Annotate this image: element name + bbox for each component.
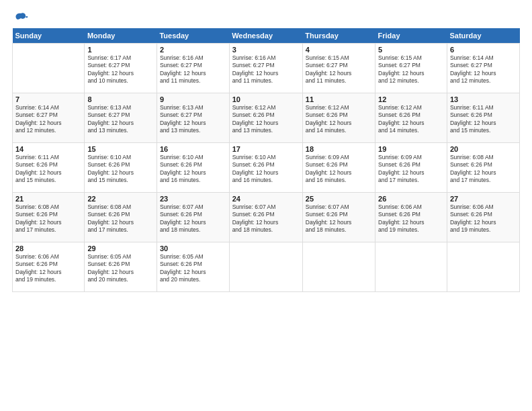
- day-info: Sunrise: 6:13 AM Sunset: 6:27 PM Dayligh…: [160, 104, 226, 135]
- calendar-cell: 16Sunrise: 6:10 AM Sunset: 6:26 PM Dayli…: [157, 143, 229, 193]
- calendar-cell: 7Sunrise: 6:14 AM Sunset: 6:27 PM Daylig…: [13, 93, 85, 143]
- day-number: 8: [87, 95, 154, 103]
- day-number: 23: [160, 195, 226, 203]
- calendar-cell: 18Sunrise: 6:09 AM Sunset: 6:26 PM Dayli…: [302, 143, 375, 193]
- calendar-week-2: 7Sunrise: 6:14 AM Sunset: 6:27 PM Daylig…: [13, 93, 520, 143]
- day-number: 26: [378, 195, 444, 203]
- day-number: 10: [232, 95, 300, 103]
- logo-bird-icon: [13, 11, 28, 26]
- calendar-cell: 26Sunrise: 6:06 AM Sunset: 6:26 PM Dayli…: [375, 193, 447, 242]
- calendar-cell: 9Sunrise: 6:13 AM Sunset: 6:27 PM Daylig…: [157, 93, 229, 143]
- calendar-week-3: 14Sunrise: 6:11 AM Sunset: 6:26 PM Dayli…: [13, 143, 520, 193]
- calendar-week-1: 1Sunrise: 6:17 AM Sunset: 6:27 PM Daylig…: [13, 44, 520, 93]
- calendar-cell: 2Sunrise: 6:16 AM Sunset: 6:27 PM Daylig…: [157, 44, 229, 93]
- day-header-monday: Monday: [85, 28, 157, 44]
- day-number: 3: [232, 46, 300, 54]
- day-number: 13: [450, 95, 517, 103]
- day-info: Sunrise: 6:06 AM Sunset: 6:26 PM Dayligh…: [450, 203, 517, 234]
- day-number: 30: [160, 244, 226, 253]
- calendar-cell: 11Sunrise: 6:12 AM Sunset: 6:26 PM Dayli…: [302, 93, 375, 143]
- day-info: Sunrise: 6:08 AM Sunset: 6:26 PM Dayligh…: [15, 203, 81, 234]
- calendar-cell: 28Sunrise: 6:06 AM Sunset: 6:26 PM Dayli…: [13, 242, 85, 292]
- day-number: 24: [232, 195, 300, 203]
- header: [12, 11, 520, 23]
- day-info: Sunrise: 6:07 AM Sunset: 6:26 PM Dayligh…: [232, 203, 300, 234]
- day-info: Sunrise: 6:12 AM Sunset: 6:26 PM Dayligh…: [232, 104, 300, 135]
- calendar-cell: 20Sunrise: 6:08 AM Sunset: 6:26 PM Dayli…: [447, 143, 519, 193]
- day-info: Sunrise: 6:15 AM Sunset: 6:27 PM Dayligh…: [306, 54, 372, 85]
- day-info: Sunrise: 6:07 AM Sunset: 6:26 PM Dayligh…: [306, 203, 372, 234]
- day-info: Sunrise: 6:14 AM Sunset: 6:27 PM Dayligh…: [15, 104, 81, 135]
- calendar-cell: 23Sunrise: 6:07 AM Sunset: 6:26 PM Dayli…: [157, 193, 229, 242]
- day-info: Sunrise: 6:11 AM Sunset: 6:26 PM Dayligh…: [450, 104, 517, 135]
- calendar-cell: 29Sunrise: 6:05 AM Sunset: 6:26 PM Dayli…: [85, 242, 157, 292]
- calendar-cell: 21Sunrise: 6:08 AM Sunset: 6:26 PM Dayli…: [13, 193, 85, 242]
- day-number: 16: [160, 145, 226, 153]
- calendar-cell: 17Sunrise: 6:10 AM Sunset: 6:26 PM Dayli…: [229, 143, 302, 193]
- day-number: 15: [87, 145, 154, 153]
- day-number: 28: [15, 244, 81, 253]
- day-info: Sunrise: 6:10 AM Sunset: 6:26 PM Dayligh…: [232, 154, 300, 185]
- calendar-cell: 25Sunrise: 6:07 AM Sunset: 6:26 PM Dayli…: [302, 193, 375, 242]
- calendar-cell: 19Sunrise: 6:09 AM Sunset: 6:26 PM Dayli…: [375, 143, 447, 193]
- day-number: 11: [306, 95, 372, 103]
- calendar-cell: 8Sunrise: 6:13 AM Sunset: 6:27 PM Daylig…: [85, 93, 157, 143]
- day-number: 17: [232, 145, 300, 153]
- day-number: 7: [15, 95, 81, 103]
- day-number: 29: [87, 244, 154, 253]
- day-header-thursday: Thursday: [302, 28, 375, 44]
- day-info: Sunrise: 6:05 AM Sunset: 6:26 PM Dayligh…: [87, 253, 154, 284]
- day-number: 1: [87, 46, 154, 54]
- day-info: Sunrise: 6:14 AM Sunset: 6:27 PM Dayligh…: [450, 54, 517, 85]
- page: SundayMondayTuesdayWednesdayThursdayFrid…: [0, 0, 532, 299]
- day-number: 25: [306, 195, 372, 203]
- calendar-cell: 27Sunrise: 6:06 AM Sunset: 6:26 PM Dayli…: [447, 193, 519, 242]
- day-number: 6: [450, 46, 517, 54]
- calendar-cell: 4Sunrise: 6:15 AM Sunset: 6:27 PM Daylig…: [302, 44, 375, 93]
- calendar-cell: 1Sunrise: 6:17 AM Sunset: 6:27 PM Daylig…: [85, 44, 157, 93]
- calendar-cell: 15Sunrise: 6:10 AM Sunset: 6:26 PM Dayli…: [85, 143, 157, 193]
- day-number: 18: [306, 145, 372, 153]
- day-number: 21: [15, 195, 81, 203]
- day-header-sunday: Sunday: [13, 28, 85, 44]
- day-number: 22: [87, 195, 154, 203]
- day-info: Sunrise: 6:15 AM Sunset: 6:27 PM Dayligh…: [378, 54, 444, 85]
- day-number: 14: [15, 145, 81, 153]
- logo: [12, 11, 28, 23]
- day-info: Sunrise: 6:13 AM Sunset: 6:27 PM Dayligh…: [87, 104, 154, 135]
- day-info: Sunrise: 6:16 AM Sunset: 6:27 PM Dayligh…: [232, 54, 300, 85]
- day-info: Sunrise: 6:11 AM Sunset: 6:26 PM Dayligh…: [15, 154, 81, 185]
- day-number: 12: [378, 95, 444, 103]
- day-number: 5: [378, 46, 444, 54]
- day-header-wednesday: Wednesday: [229, 28, 302, 44]
- day-number: 9: [160, 95, 226, 103]
- calendar-week-5: 28Sunrise: 6:06 AM Sunset: 6:26 PM Dayli…: [13, 242, 520, 292]
- day-number: 2: [160, 46, 226, 54]
- calendar-cell: 22Sunrise: 6:08 AM Sunset: 6:26 PM Dayli…: [85, 193, 157, 242]
- day-info: Sunrise: 6:12 AM Sunset: 6:26 PM Dayligh…: [306, 104, 372, 135]
- day-info: Sunrise: 6:12 AM Sunset: 6:26 PM Dayligh…: [378, 104, 444, 135]
- calendar-cell: [302, 242, 375, 292]
- calendar-cell: 5Sunrise: 6:15 AM Sunset: 6:27 PM Daylig…: [375, 44, 447, 93]
- calendar-header-row: SundayMondayTuesdayWednesdayThursdayFrid…: [13, 28, 520, 44]
- day-header-saturday: Saturday: [447, 28, 519, 44]
- day-info: Sunrise: 6:07 AM Sunset: 6:26 PM Dayligh…: [160, 203, 226, 234]
- day-header-friday: Friday: [375, 28, 447, 44]
- calendar-week-4: 21Sunrise: 6:08 AM Sunset: 6:26 PM Dayli…: [13, 193, 520, 242]
- day-info: Sunrise: 6:17 AM Sunset: 6:27 PM Dayligh…: [87, 54, 154, 85]
- day-number: 19: [378, 145, 444, 153]
- calendar-cell: [447, 242, 519, 292]
- calendar-cell: 24Sunrise: 6:07 AM Sunset: 6:26 PM Dayli…: [229, 193, 302, 242]
- day-number: 27: [450, 195, 517, 203]
- calendar-cell: 13Sunrise: 6:11 AM Sunset: 6:26 PM Dayli…: [447, 93, 519, 143]
- calendar-cell: [229, 242, 302, 292]
- calendar-cell: [13, 44, 85, 93]
- day-number: 20: [450, 145, 517, 153]
- day-info: Sunrise: 6:06 AM Sunset: 6:26 PM Dayligh…: [15, 253, 81, 284]
- day-header-tuesday: Tuesday: [157, 28, 229, 44]
- calendar-cell: 30Sunrise: 6:05 AM Sunset: 6:26 PM Dayli…: [157, 242, 229, 292]
- calendar-cell: [375, 242, 447, 292]
- day-info: Sunrise: 6:08 AM Sunset: 6:26 PM Dayligh…: [87, 203, 154, 234]
- calendar-cell: 3Sunrise: 6:16 AM Sunset: 6:27 PM Daylig…: [229, 44, 302, 93]
- day-info: Sunrise: 6:06 AM Sunset: 6:26 PM Dayligh…: [378, 203, 444, 234]
